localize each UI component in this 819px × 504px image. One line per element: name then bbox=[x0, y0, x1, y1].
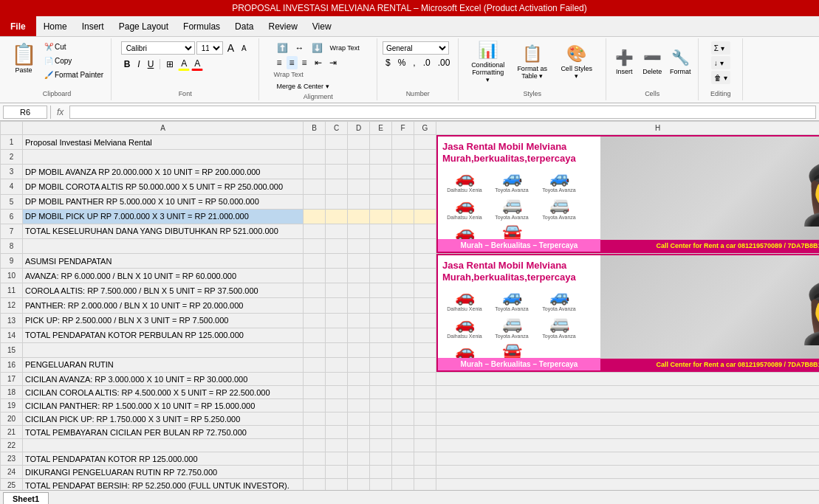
cell-empty[interactable] bbox=[370, 439, 392, 452]
row-header[interactable]: 18 bbox=[1, 386, 23, 399]
col-header-g[interactable]: G bbox=[414, 122, 436, 135]
cell-empty[interactable] bbox=[370, 357, 392, 372]
cell-empty[interactable] bbox=[304, 165, 326, 179]
cell-a-19[interactable]: CICILAN PANTHER: RP 1.500.000 X 10 UNIT … bbox=[23, 399, 304, 412]
comma-button[interactable]: , bbox=[410, 56, 418, 69]
cell-empty[interactable] bbox=[304, 135, 326, 150]
cell-empty[interactable] bbox=[392, 479, 414, 491]
row-header[interactable]: 7 bbox=[1, 224, 23, 238]
cell-empty[interactable] bbox=[392, 238, 414, 253]
cell-empty[interactable] bbox=[304, 399, 326, 412]
cell-a-22[interactable] bbox=[23, 439, 304, 452]
cell-empty[interactable] bbox=[326, 452, 348, 466]
cell-empty[interactable] bbox=[414, 238, 436, 253]
cell-empty[interactable] bbox=[392, 328, 414, 342]
cell-empty[interactable] bbox=[392, 150, 414, 165]
row-header[interactable]: 22 bbox=[1, 439, 23, 452]
insert-button[interactable]: ➕ Insert bbox=[611, 41, 637, 83]
cell-styles-button[interactable]: 🎨 Cell Styles ▾ bbox=[556, 41, 597, 83]
cell-empty[interactable] bbox=[348, 194, 370, 209]
cell-empty[interactable] bbox=[326, 412, 348, 426]
row-header[interactable]: 15 bbox=[1, 342, 23, 357]
row-header[interactable]: 11 bbox=[1, 283, 23, 298]
align-bottom-button[interactable]: ⬇️ bbox=[309, 41, 326, 55]
font-size-select[interactable]: 11 bbox=[196, 41, 223, 55]
col-header-f[interactable]: F bbox=[392, 122, 414, 135]
cell-empty[interactable] bbox=[304, 269, 326, 283]
cell-empty[interactable] bbox=[414, 135, 436, 150]
cell-empty[interactable] bbox=[414, 328, 436, 342]
cell-empty[interactable] bbox=[326, 399, 348, 412]
format-as-table-button[interactable]: 📋 Format as Table ▾ bbox=[512, 41, 553, 83]
col-header-b[interactable]: B bbox=[304, 122, 326, 135]
align-top-button[interactable]: ⬆️ bbox=[274, 41, 291, 55]
cell-empty[interactable] bbox=[370, 150, 392, 165]
row-header[interactable]: 21 bbox=[1, 426, 23, 439]
cell-empty[interactable] bbox=[348, 386, 370, 399]
row-header[interactable]: 19 bbox=[1, 399, 23, 412]
cell-empty[interactable] bbox=[348, 150, 370, 165]
format-painter-button[interactable]: 🖌️ Format Painter bbox=[41, 68, 106, 81]
cell-empty[interactable] bbox=[392, 386, 414, 399]
cell-empty[interactable] bbox=[326, 426, 348, 439]
cell-empty[interactable] bbox=[392, 342, 414, 357]
row-header[interactable]: 16 bbox=[1, 357, 23, 372]
cell-empty[interactable] bbox=[370, 224, 392, 238]
cell-empty[interactable] bbox=[392, 209, 414, 224]
cell-empty[interactable] bbox=[370, 466, 392, 479]
cell-empty[interactable] bbox=[414, 386, 436, 399]
cut-button[interactable]: ✂️ Cut bbox=[41, 40, 106, 53]
percent-button[interactable]: % bbox=[395, 56, 409, 69]
cell-empty[interactable] bbox=[326, 479, 348, 491]
font-grow-button[interactable]: A bbox=[225, 41, 237, 55]
decrease-indent-button[interactable]: ⇤ bbox=[312, 56, 325, 69]
cell-empty[interactable] bbox=[348, 399, 370, 412]
increase-decimal-button[interactable]: .00 bbox=[435, 56, 453, 69]
cell-a-17[interactable]: CICILAN AVANZA: RP 3.000.000 X 10 UNIT =… bbox=[23, 373, 304, 386]
copy-button[interactable]: 📄 Copy bbox=[41, 54, 106, 67]
row-header[interactable]: 5 bbox=[1, 194, 23, 209]
cell-empty[interactable] bbox=[392, 283, 414, 298]
col-header-h[interactable]: H bbox=[436, 122, 820, 135]
cell-a-10[interactable]: AVANZA: RP 6.000.000 / BLN X 10 UNIT = R… bbox=[23, 269, 304, 283]
cell-empty[interactable] bbox=[348, 254, 370, 269]
cell-empty[interactable] bbox=[326, 283, 348, 298]
cell-empty[interactable] bbox=[348, 466, 370, 479]
cell-empty[interactable] bbox=[414, 150, 436, 165]
cell-empty[interactable] bbox=[392, 179, 414, 194]
col-header-e[interactable]: E bbox=[370, 122, 392, 135]
cell-empty[interactable] bbox=[326, 135, 348, 150]
cell-empty[interactable] bbox=[392, 452, 414, 466]
cell-empty[interactable] bbox=[304, 466, 326, 479]
cell-empty[interactable] bbox=[304, 479, 326, 491]
cell-empty[interactable] bbox=[414, 373, 436, 386]
cell-empty[interactable] bbox=[370, 386, 392, 399]
cell-empty[interactable] bbox=[370, 452, 392, 466]
number-format-select[interactable]: General bbox=[383, 41, 449, 55]
cell-empty[interactable] bbox=[304, 412, 326, 426]
increase-indent-button[interactable]: ⇥ bbox=[326, 56, 340, 69]
cell-empty[interactable] bbox=[326, 313, 348, 328]
cell-empty[interactable] bbox=[414, 269, 436, 283]
cell-empty[interactable] bbox=[326, 224, 348, 238]
borders-button[interactable]: ⊞ bbox=[163, 58, 177, 71]
row-header[interactable]: 6 bbox=[1, 209, 23, 224]
cell-empty[interactable] bbox=[304, 386, 326, 399]
cell-empty[interactable] bbox=[348, 439, 370, 452]
menu-home[interactable]: Home bbox=[36, 16, 75, 36]
cell-empty[interactable] bbox=[414, 165, 436, 179]
cell-empty[interactable] bbox=[326, 254, 348, 269]
cell-empty[interactable] bbox=[348, 452, 370, 466]
cell-empty[interactable] bbox=[370, 373, 392, 386]
cell-empty[interactable] bbox=[304, 357, 326, 372]
cell-empty[interactable] bbox=[392, 269, 414, 283]
paste-button[interactable]: 📋 Paste bbox=[7, 40, 40, 81]
cell-a-8[interactable] bbox=[23, 238, 304, 253]
cell-empty[interactable] bbox=[304, 150, 326, 165]
cell-empty[interactable] bbox=[304, 224, 326, 238]
align-right-button[interactable]: ≡ bbox=[299, 56, 310, 69]
currency-button[interactable]: $ bbox=[383, 56, 394, 69]
cell-empty[interactable] bbox=[348, 298, 370, 313]
cell-a-6[interactable]: DP MOBIL PICK UP RP 7.000.000 X 3 UNIT =… bbox=[23, 209, 304, 224]
row-header[interactable]: 2 bbox=[1, 150, 23, 165]
